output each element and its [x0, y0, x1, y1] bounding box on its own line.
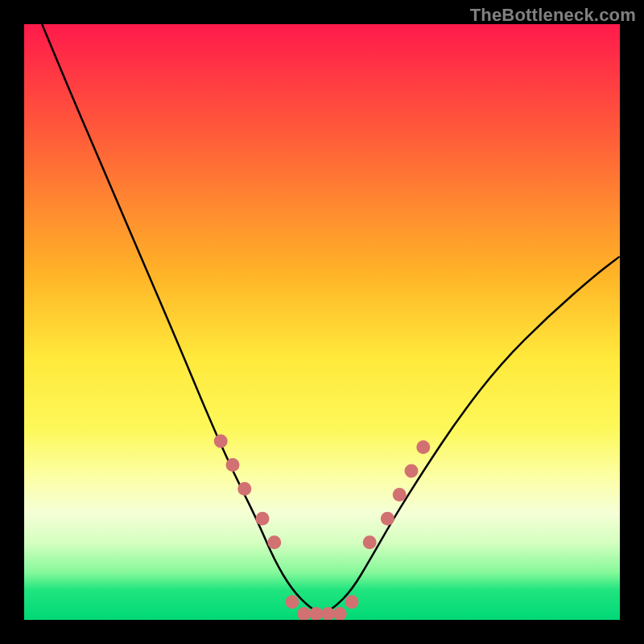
chart-gradient-background: [24, 24, 620, 620]
watermark-label: TheBottleneck.com: [470, 5, 636, 26]
chart-frame: TheBottleneck.com: [0, 0, 644, 644]
